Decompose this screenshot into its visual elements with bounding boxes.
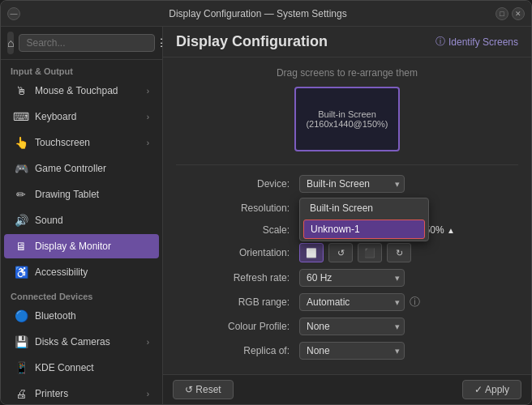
sound-icon: 🔊 xyxy=(14,213,28,228)
colour-select-wrapper: None xyxy=(299,318,405,335)
orient-cw-button[interactable]: ↻ xyxy=(387,243,411,262)
device-value-row: Built-in Screen Built-in Screen Unknown-… xyxy=(299,175,518,193)
sidebar-item-label: Game Controller xyxy=(35,163,149,174)
main-layout: ⌂ ☰ Input & Output 🖱 Mouse & Touchpad › … xyxy=(1,27,531,404)
sidebar-item-sound[interactable]: 🔊 Sound xyxy=(4,208,159,232)
identify-screens-button[interactable]: ⓘ Identify Screens xyxy=(435,35,518,49)
home-button[interactable]: ⌂ xyxy=(7,32,14,54)
chevron-right-icon: › xyxy=(147,338,149,347)
maximize-button[interactable]: □ xyxy=(496,7,508,20)
sidebar-item-display-monitor[interactable]: 🖥 Display & Monitor xyxy=(4,234,159,258)
scale-spinner-up[interactable]: ▲ xyxy=(447,226,455,235)
replica-value-row: None xyxy=(299,342,518,360)
replica-select-wrapper: None xyxy=(299,342,405,360)
sidebar-item-disks-cameras[interactable]: 💾 Disks & Cameras › xyxy=(4,330,159,354)
search-input[interactable] xyxy=(19,34,155,52)
drawing-tablet-icon: ✏ xyxy=(14,187,28,202)
sidebar-item-label: Touchscreen xyxy=(35,137,140,148)
replica-select[interactable]: None xyxy=(299,342,405,360)
orientation-label: Orientation: xyxy=(176,247,290,258)
chevron-right-icon: › xyxy=(147,87,149,96)
orientation-value-row: ⬜ ↺ ⬛ ↻ xyxy=(299,243,518,262)
sidebar-item-mouse-touchpad[interactable]: 🖱 Mouse & Touchpad › xyxy=(4,79,159,103)
content-body: Drag screens to re-arrange them Built-in… xyxy=(163,58,531,374)
device-dropdown-overlay: Built-in Screen Unknown-1 xyxy=(299,198,429,241)
dropdown-item-builtin[interactable]: Built-in Screen xyxy=(300,198,428,218)
orient-normal-button[interactable]: ⬜ xyxy=(299,243,324,262)
minimize-button[interactable]: — xyxy=(7,7,20,20)
rgb-select[interactable]: Automatic xyxy=(299,293,405,311)
content-area: Display Configuration ⓘ Identify Screens… xyxy=(163,27,531,404)
sidebar-item-drawing-tablet[interactable]: ✏ Drawing Tablet xyxy=(4,182,159,207)
apply-button[interactable]: ✓ Apply xyxy=(462,380,521,399)
refresh-select[interactable]: 60 Hz xyxy=(299,269,405,287)
rgb-select-wrapper: Automatic xyxy=(299,293,405,311)
refresh-label: Refresh rate: xyxy=(176,272,290,284)
sidebar-item-printers[interactable]: 🖨 Printers › xyxy=(4,382,159,404)
titlebar-controls: □ ✕ xyxy=(496,7,525,20)
window-title: Display Configuration — System Settings xyxy=(20,8,496,19)
kde-connect-icon: 📱 xyxy=(14,360,28,375)
orient-180-button[interactable]: ⬛ xyxy=(358,243,382,262)
sidebar-item-label: Bluetooth xyxy=(35,310,149,322)
reset-button[interactable]: ↺ Reset xyxy=(173,380,234,399)
sidebar-header: ⌂ ☰ xyxy=(1,27,162,60)
sidebar-item-kde-connect[interactable]: 📱 KDE Connect xyxy=(4,356,159,380)
device-select[interactable]: Built-in Screen xyxy=(299,175,405,193)
colour-label: Colour Profile: xyxy=(176,321,290,332)
chevron-right-icon: › xyxy=(147,139,149,147)
section-connected-label: Connected Devices xyxy=(1,285,162,303)
rgb-info-icon[interactable]: ⓘ xyxy=(410,295,420,309)
info-icon: ⓘ xyxy=(435,35,445,49)
titlebar: — Display Configuration — System Setting… xyxy=(1,1,531,27)
close-button[interactable]: ✕ xyxy=(512,7,525,20)
keyboard-icon: ⌨ xyxy=(14,109,28,124)
bluetooth-icon: 🔵 xyxy=(14,309,28,323)
content-header: Display Configuration ⓘ Identify Screens xyxy=(163,27,531,58)
dropdown-item-unknown[interactable]: Unknown-1 xyxy=(303,220,425,239)
sidebar-item-label: Sound xyxy=(35,215,149,226)
footer-bar: ↺ Reset ✓ Apply xyxy=(163,374,531,404)
display-icon: 🖥 xyxy=(14,239,28,254)
rgb-label: RGB range: xyxy=(176,296,290,308)
identify-btn-label: Identify Screens xyxy=(448,36,518,48)
monitor-preview-area: Built-in Screen (2160x1440@150%) xyxy=(176,87,518,151)
main-window: — Display Configuration — System Setting… xyxy=(0,0,532,405)
sidebar-item-label: Accessibility xyxy=(35,266,149,278)
sidebar-item-accessibility[interactable]: ♿ Accessibility xyxy=(4,260,159,284)
sidebar-item-label: Mouse & Touchpad xyxy=(35,85,140,96)
resolution-label: Resolution: xyxy=(176,202,290,214)
orientation-buttons: ⬜ ↺ ⬛ ↻ xyxy=(299,243,411,262)
sidebar-item-label: Keyboard xyxy=(35,111,140,122)
sidebar-item-bluetooth[interactable]: 🔵 Bluetooth xyxy=(4,304,159,328)
refresh-select-wrapper: 60 Hz xyxy=(299,269,405,287)
titlebar-left: — xyxy=(7,7,20,20)
device-select-wrapper: Built-in Screen xyxy=(299,175,405,193)
device-label: Device: xyxy=(176,178,290,190)
rgb-value-row: Automatic ⓘ xyxy=(299,293,518,311)
sidebar-item-label: KDE Connect xyxy=(35,362,149,373)
settings-grid: Device: Built-in Screen Built-in Screen … xyxy=(176,175,518,360)
scale-label: Scale: xyxy=(176,224,290,236)
game-controller-icon: 🎮 xyxy=(14,161,28,176)
sidebar-item-keyboard[interactable]: ⌨ Keyboard › xyxy=(4,104,159,129)
sidebar-item-game-controller[interactable]: 🎮 Game Controller xyxy=(4,156,159,181)
sidebar-item-touchscreen[interactable]: 👆 Touchscreen › xyxy=(4,130,159,155)
sidebar-item-label: Drawing Tablet xyxy=(35,189,149,200)
chevron-right-icon: › xyxy=(147,390,149,399)
drag-hint-text: Drag screens to re-arrange them xyxy=(176,67,518,79)
accessibility-icon: ♿ xyxy=(14,265,28,279)
orient-ccw-button[interactable]: ↺ xyxy=(328,243,353,262)
colour-value-row: None xyxy=(299,318,518,335)
replica-label: Replica of: xyxy=(176,345,290,356)
monitor-preview-box[interactable]: Built-in Screen (2160x1440@150%) xyxy=(294,87,400,151)
touchscreen-icon: 👆 xyxy=(14,135,28,150)
sidebar-item-label: Disks & Cameras xyxy=(35,336,140,347)
sidebar-item-label: Display & Monitor xyxy=(35,241,149,252)
divider xyxy=(176,164,518,165)
mouse-icon: 🖱 xyxy=(14,83,28,98)
monitor-label-line1: Built-in Screen xyxy=(318,109,376,119)
refresh-value-row: 60 Hz xyxy=(299,269,518,287)
monitor-label-line2: (2160x1440@150%) xyxy=(306,119,388,129)
colour-select[interactable]: None xyxy=(299,318,405,335)
